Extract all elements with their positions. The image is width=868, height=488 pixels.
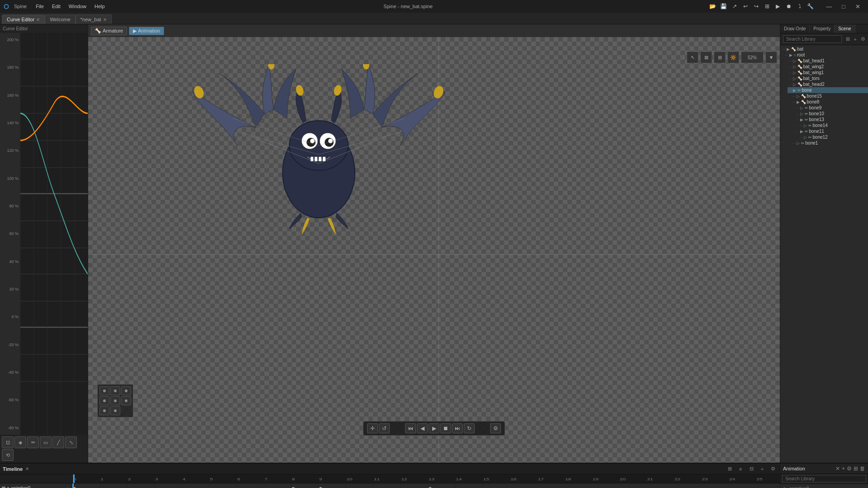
play-to-end[interactable]: ⏭ bbox=[452, 423, 463, 433]
loop-button[interactable]: ↻ bbox=[464, 423, 475, 433]
animation-mode-button[interactable]: ▶ Animation bbox=[129, 27, 164, 35]
anim-item-animtion0[interactable]: ▶ animtion0 bbox=[780, 485, 868, 488]
bone-tree-item-bone13[interactable]: ··· ▶ ✏ bone13 bbox=[795, 117, 868, 122]
ce-tool-7[interactable]: ⟲ bbox=[2, 449, 14, 461]
vw-btn-8[interactable] bbox=[110, 406, 120, 415]
bone-tree-item-bat[interactable]: ···· ▶ 🦴 bat bbox=[780, 46, 868, 52]
record-icon[interactable]: ⏺ bbox=[784, 1, 794, 11]
zoom-dropdown[interactable]: ▼ bbox=[765, 52, 777, 63]
add-bone-button[interactable]: + bbox=[854, 37, 857, 42]
rotate-reset-tool[interactable]: ↺ bbox=[379, 423, 390, 433]
tab-welcome[interactable]: Welcome bbox=[45, 14, 75, 24]
view-tool-1[interactable]: ⊠ bbox=[700, 52, 712, 63]
bone-tree-item-bone14[interactable]: ··· ▷ ✏ bone14 bbox=[798, 122, 868, 128]
move-tool[interactable]: ✛ bbox=[367, 423, 378, 433]
menu-help[interactable]: Help bbox=[91, 3, 108, 10]
tl-add-icon[interactable]: + bbox=[758, 465, 766, 473]
filter-icon[interactable]: ⊞ bbox=[846, 36, 850, 42]
viewport-background[interactable]: ↖ ⊠ ⊞ 🔆 52% ▼ ✛ ↺ bbox=[88, 37, 780, 463]
export-icon[interactable]: ↗ bbox=[730, 1, 740, 11]
ce-tool-5[interactable]: ╱ bbox=[52, 436, 64, 448]
undo-icon[interactable]: ↩ bbox=[741, 1, 750, 11]
armature-mode-button[interactable]: 🦴 Armature bbox=[91, 27, 127, 35]
close-button[interactable]: ✕ bbox=[852, 2, 864, 11]
vw-btn-7[interactable] bbox=[99, 406, 109, 415]
view-tool-3[interactable]: 🔆 bbox=[727, 52, 739, 63]
svg-text:15: 15 bbox=[483, 477, 490, 481]
crosshair-horizontal bbox=[88, 254, 780, 255]
menu-window[interactable]: Window bbox=[65, 3, 90, 10]
bone-tree-item-bat-head1[interactable]: ··· ▷ 🦴 bat_head1 bbox=[788, 58, 868, 64]
bone-tree-item-bone12[interactable]: ··· ▷ ✏ bone12 bbox=[798, 134, 868, 140]
settings-icon[interactable]: ⚙ bbox=[490, 423, 501, 433]
close-timeline-icon[interactable]: ✕ bbox=[25, 466, 29, 471]
bone-tree-item-bone15[interactable]: ··· ▷ 🦴 bone15 bbox=[791, 93, 868, 99]
bone-tree-item-bone[interactable]: ··· ▶ ✏ bone bbox=[788, 87, 868, 93]
draw-order-tab[interactable]: Draw Orde bbox=[780, 24, 810, 33]
tab-curve-editor[interactable]: Curve Editor ✕ bbox=[2, 14, 45, 24]
bat-character bbox=[192, 64, 445, 236]
bone-tree-item-bat-tors[interactable]: ··· ▷ 🦴 bat_tors bbox=[788, 75, 868, 81]
vw-btn-4[interactable] bbox=[99, 396, 109, 405]
play-to-start[interactable]: ⏮ bbox=[405, 423, 416, 433]
tools-icon[interactable]: 🔧 bbox=[806, 1, 816, 11]
ce-tool-3[interactable]: ✏ bbox=[27, 436, 39, 448]
anim-delete-button[interactable]: 🗑 bbox=[860, 465, 865, 472]
menu-edit[interactable]: Edit bbox=[48, 3, 64, 10]
tl-toggle-2[interactable]: ≡ bbox=[736, 465, 745, 473]
tl-filter-icon[interactable]: ⊟ bbox=[747, 465, 755, 473]
anim-search-input[interactable] bbox=[782, 475, 866, 483]
timeline-keyframes[interactable] bbox=[72, 483, 780, 488]
anim-options-button[interactable]: ⚙ bbox=[847, 465, 852, 472]
bone-tree-item-bone1[interactable]: ··· ▷ ✏ bone1 bbox=[791, 140, 868, 146]
open-icon[interactable]: 📂 bbox=[708, 1, 718, 11]
close-file-tab[interactable]: ✕ bbox=[103, 17, 107, 22]
ce-tool-6[interactable]: ⤡ bbox=[65, 436, 77, 448]
tab-file[interactable]: *new_bat ✕ bbox=[75, 14, 112, 24]
bone-tree-item-bat-wing2[interactable]: ··· ▷ 🦴 bat_wing2 bbox=[788, 64, 868, 70]
scene-tab[interactable]: Scene bbox=[835, 24, 855, 33]
bone-tree-item-root[interactable]: ··· ▶ ○ root bbox=[784, 52, 868, 58]
stop-button[interactable]: ⏹ bbox=[440, 423, 451, 433]
track-area: animtion0 ▷ ▼ root 🔒 👁 ✛ Translate bbox=[0, 483, 780, 488]
save-icon[interactable]: 💾 bbox=[719, 1, 729, 11]
vw-btn-3[interactable] bbox=[121, 386, 131, 395]
frame-back[interactable]: ◀ bbox=[417, 423, 428, 433]
menu-file[interactable]: File bbox=[32, 3, 47, 10]
ce-tool-1[interactable]: ⊡ bbox=[2, 436, 14, 448]
maximize-button[interactable]: □ bbox=[837, 2, 850, 11]
import-icon[interactable]: ⤵ bbox=[795, 1, 805, 11]
minimize-button[interactable]: — bbox=[823, 2, 835, 11]
ce-tool-2[interactable]: ◈ bbox=[14, 436, 26, 448]
view-tool-2[interactable]: ⊞ bbox=[714, 52, 726, 63]
ce-tool-4[interactable]: ▭ bbox=[40, 436, 52, 448]
bone-tree-item-bone10[interactable]: ··· ▷ ✏ bone10 bbox=[795, 111, 868, 117]
search-library-input[interactable] bbox=[783, 35, 842, 43]
bone-tree-item-bat-head2[interactable]: ··· ▷ 🦴 bat_head2 bbox=[788, 81, 868, 87]
tl-toggle-1[interactable]: ⊞ bbox=[726, 465, 734, 473]
svg-text:8: 8 bbox=[292, 477, 295, 481]
bone-tree-item-bone11[interactable]: ··· ▶ ✏ bone11 bbox=[795, 128, 868, 134]
bone-tree-item-bone9[interactable]: ··· ▷ ✏ bone9 bbox=[795, 105, 868, 111]
close-curve-editor-tab[interactable]: ✕ bbox=[36, 17, 40, 22]
vw-btn-2[interactable] bbox=[110, 386, 120, 395]
vw-btn-1[interactable] bbox=[99, 386, 109, 395]
cursor-tool[interactable]: ↖ bbox=[687, 52, 698, 63]
tl-more-icon[interactable]: ⚙ bbox=[769, 465, 777, 473]
vw-btn-6[interactable] bbox=[121, 396, 131, 405]
close-anim-panel[interactable]: ✕ bbox=[835, 465, 840, 472]
play-button[interactable]: ▶ bbox=[429, 423, 439, 433]
bone-tree-item-bat-wing1[interactable]: ··· ▷ 🦴 bat_wing1 bbox=[788, 70, 868, 75]
vw-btn-5[interactable] bbox=[110, 396, 120, 405]
y-label-n60: -60 % bbox=[2, 398, 19, 402]
redo-icon[interactable]: ↪ bbox=[751, 1, 761, 11]
snap-icon[interactable]: ⊞ bbox=[762, 1, 772, 11]
track-eye-icon[interactable] bbox=[2, 487, 5, 488]
add-animation-button[interactable]: + bbox=[842, 465, 845, 472]
settings-library-icon[interactable]: ⚙ bbox=[861, 36, 865, 42]
svg-text:13: 13 bbox=[429, 477, 435, 481]
play-icon[interactable]: ▶ bbox=[773, 1, 783, 11]
property-tab[interactable]: Property bbox=[810, 24, 835, 33]
bone-tree-item-bone8[interactable]: ··· ▶ 🦴 bone8 bbox=[791, 99, 868, 105]
anim-copy-button[interactable]: ⊞ bbox=[854, 465, 858, 472]
